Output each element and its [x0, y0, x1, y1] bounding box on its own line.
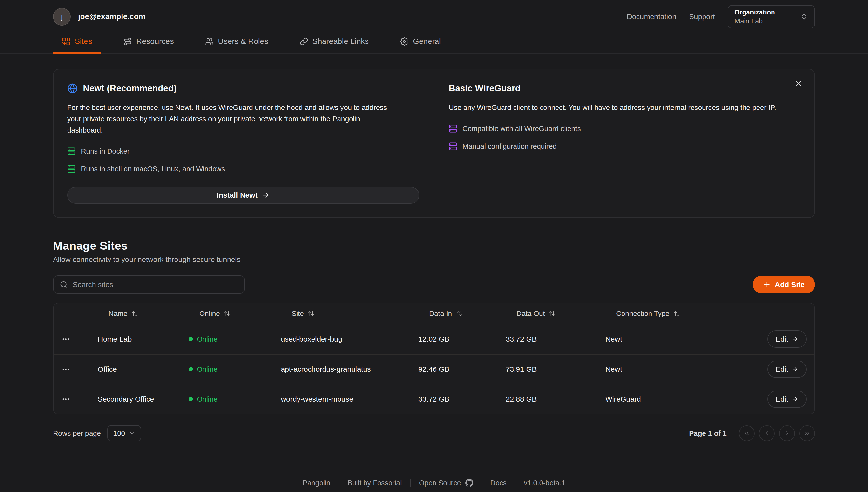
wireguard-feature: Manual configuration required	[449, 142, 801, 150]
wireguard-column: Basic WireGuard Use any WireGuard client…	[449, 83, 801, 203]
chevron-right-icon	[784, 430, 790, 437]
combine-icon	[62, 37, 70, 46]
previous-page-button[interactable]	[759, 425, 775, 441]
sort-icon	[456, 310, 463, 317]
sort-icon	[224, 310, 230, 317]
search-icon	[60, 280, 68, 289]
data-in-value: 12.02 GB	[413, 335, 500, 343]
online-dot-icon	[189, 397, 193, 401]
status-badge: Online	[189, 395, 275, 403]
rows-per-page-label: Rows per page	[53, 429, 101, 438]
first-page-button[interactable]	[739, 425, 754, 441]
site-name: Home Lab	[92, 335, 183, 343]
column-header-name[interactable]: Name	[92, 310, 183, 318]
close-icon[interactable]	[794, 79, 803, 88]
site-name: Secondary Office	[92, 395, 183, 403]
arrow-right-icon	[791, 336, 798, 343]
divider	[410, 479, 411, 487]
newt-title: Newt (Recommended)	[83, 83, 177, 94]
documentation-link[interactable]: Documentation	[627, 13, 676, 21]
table-row: Secondary Office Online wordy-western-mo…	[53, 384, 815, 414]
page-title: Manage Sites	[53, 239, 815, 252]
data-out-value: 22.88 GB	[500, 395, 599, 403]
data-out-value: 73.91 GB	[500, 365, 599, 373]
arrow-right-icon	[262, 191, 270, 199]
add-site-button[interactable]: Add Site	[753, 276, 815, 293]
column-header-site[interactable]: Site	[275, 310, 413, 318]
chevrons-up-down-icon	[800, 13, 808, 21]
table-row: Office Online apt-acrochordus-granulatus…	[53, 354, 815, 384]
route-icon	[123, 37, 132, 46]
column-header-online[interactable]: Online	[183, 310, 275, 318]
server-icon	[67, 165, 76, 173]
edit-button[interactable]: Edit	[767, 391, 807, 408]
table-row: Home Lab Online used-boxelder-bug 12.02 …	[53, 324, 815, 354]
tab-users-roles[interactable]: Users & Roles	[196, 31, 277, 53]
server-icon	[449, 124, 457, 133]
newt-feature: Runs in Docker	[67, 147, 419, 155]
footer-built-by[interactable]: Built by Fossorial	[348, 479, 402, 487]
divider	[515, 479, 516, 487]
edit-button[interactable]: Edit	[767, 361, 807, 378]
tab-label: General	[413, 37, 441, 46]
tab-label: Sites	[75, 37, 92, 46]
support-link[interactable]: Support	[689, 13, 715, 21]
divider	[339, 479, 339, 487]
row-actions-menu[interactable]	[59, 393, 72, 405]
tab-general[interactable]: General	[391, 31, 450, 53]
feature-text: Runs in shell on macOS, Linux, and Windo…	[81, 165, 225, 173]
install-newt-button[interactable]: Install Newt	[67, 187, 419, 203]
next-page-button[interactable]	[779, 425, 795, 441]
wireguard-description: Use any WireGuard client to connect. You…	[449, 102, 778, 113]
data-in-value: 33.72 GB	[413, 395, 500, 403]
feature-text: Runs in Docker	[81, 147, 130, 155]
organization-label: Organization	[735, 8, 793, 16]
rows-per-page-value: 100	[113, 429, 125, 438]
sites-table: Name Online Site Data In Data Out Connec…	[53, 303, 815, 414]
chevrons-right-icon	[804, 430, 811, 437]
tab-label: Shareable Links	[313, 37, 369, 46]
connection-type-value: Newt	[599, 335, 712, 343]
footer-open-source[interactable]: Open Source	[419, 479, 473, 487]
row-actions-menu[interactable]	[59, 333, 72, 345]
arrow-right-icon	[791, 396, 798, 403]
github-icon	[465, 479, 473, 487]
search-input[interactable]	[73, 280, 238, 289]
site-name: Office	[92, 365, 183, 373]
tab-sites[interactable]: Sites	[53, 31, 101, 53]
avatar-initial: j	[61, 13, 63, 21]
online-dot-icon	[189, 337, 193, 341]
sort-icon	[673, 310, 680, 317]
user-email: joe@example.com	[78, 12, 145, 21]
add-site-label: Add Site	[775, 280, 805, 289]
globe-icon	[67, 83, 78, 94]
newt-description: For the best user experience, use Newt. …	[67, 102, 396, 136]
organization-value: Main Lab	[735, 17, 793, 25]
wireguard-feature: Compatible with all WireGuard clients	[449, 124, 801, 133]
footer-brand[interactable]: Pangolin	[303, 479, 330, 487]
last-page-button[interactable]	[799, 425, 815, 441]
column-header-connection-type[interactable]: Connection Type	[599, 310, 712, 318]
avatar[interactable]: j	[53, 8, 71, 26]
column-header-data-in[interactable]: Data In	[413, 310, 500, 318]
edit-button[interactable]: Edit	[767, 330, 807, 348]
site-slug: used-boxelder-bug	[275, 335, 413, 343]
divider	[481, 479, 482, 487]
data-out-value: 33.72 GB	[500, 335, 599, 343]
tab-resources[interactable]: Resources	[115, 31, 183, 53]
organization-selector[interactable]: Organization Main Lab	[727, 5, 815, 28]
footer-docs[interactable]: Docs	[491, 479, 507, 487]
plus-icon	[763, 280, 771, 289]
tab-shareable-links[interactable]: Shareable Links	[291, 31, 377, 53]
row-actions-menu[interactable]	[59, 363, 72, 376]
wireguard-title: Basic WireGuard	[449, 83, 521, 94]
rows-per-page-select[interactable]: 100	[107, 425, 141, 441]
sort-icon	[549, 310, 555, 317]
feature-text: Manual configuration required	[463, 142, 557, 150]
server-icon	[67, 147, 76, 155]
tab-label: Users & Roles	[218, 37, 268, 46]
tab-bar: Sites Resources Users & Roles Shareable …	[0, 31, 868, 54]
column-header-data-out[interactable]: Data Out	[500, 310, 599, 318]
online-dot-icon	[189, 367, 193, 371]
footer-version: v1.0.0-beta.1	[524, 479, 565, 487]
